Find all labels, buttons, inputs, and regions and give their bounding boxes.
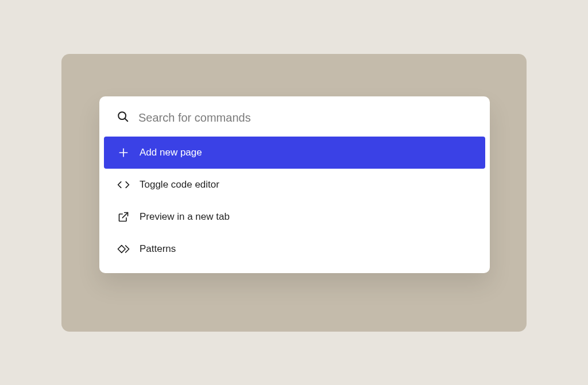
command-label: Patterns: [140, 243, 176, 255]
command-add-new-page[interactable]: Add new page: [104, 137, 485, 169]
search-icon: [117, 110, 129, 125]
dialog-backdrop: Add new page Toggle code editor: [61, 54, 527, 332]
command-label: Preview in a new tab: [140, 211, 230, 223]
command-label: Toggle code editor: [140, 179, 219, 190]
search-row: [99, 96, 490, 137]
search-input[interactable]: [138, 111, 474, 125]
command-list: Add new page Toggle code editor: [99, 137, 490, 273]
patterns-icon: [117, 243, 130, 255]
command-preview-new-tab[interactable]: Preview in a new tab: [104, 201, 485, 233]
svg-marker-5: [118, 246, 125, 253]
code-icon: [117, 179, 130, 190]
external-link-icon: [117, 211, 130, 223]
command-palette: Add new page Toggle code editor: [99, 96, 490, 273]
plus-icon: [117, 147, 130, 158]
command-patterns[interactable]: Patterns: [104, 233, 485, 265]
svg-line-4: [122, 213, 127, 218]
command-toggle-code-editor[interactable]: Toggle code editor: [104, 169, 485, 201]
svg-line-1: [125, 119, 128, 122]
command-label: Add new page: [140, 147, 202, 158]
